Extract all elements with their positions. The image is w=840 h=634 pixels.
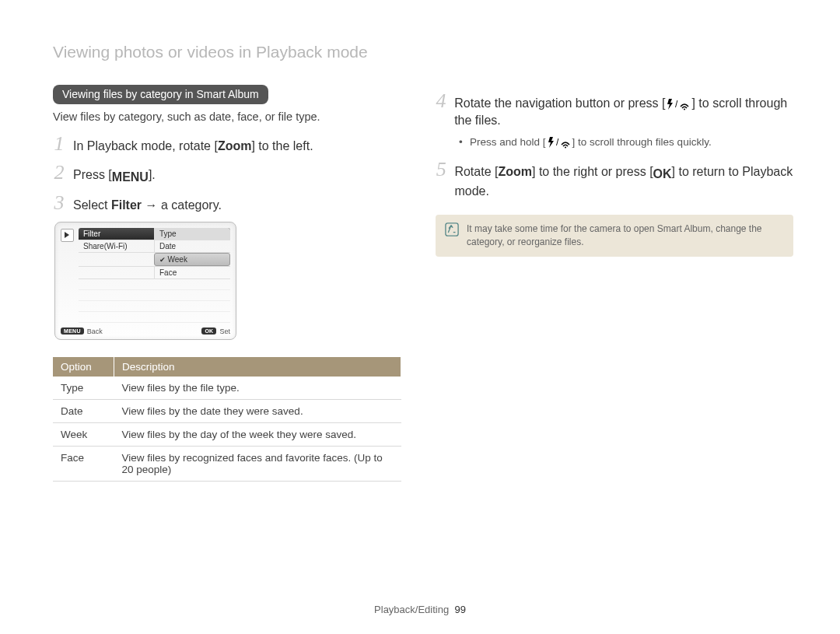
step-number: 3 [53,193,65,213]
right-column: 4 Rotate the navigation button or press … [436,85,793,482]
note-icon [445,222,459,236]
step-number: 5 [436,159,446,180]
table-row: TypeView files by the file type. [53,377,401,400]
page-title: Viewing photos or videos in Playback mod… [53,43,793,61]
note-box: It may take some time for the camera to … [436,215,793,257]
step-text: Rotate the navigation button or press [/… [454,95,793,128]
camera-screen-mockup: Filter Type Share(Wi-Fi) Date Week [54,222,236,340]
menu-item-share: Share(Wi-Fi) [79,240,154,252]
intro-text: View files by category, such as date, fa… [53,110,401,123]
note-text: It may take some time for the camera to … [467,222,784,249]
step-text: In Playback mode, rotate [Zoom] to the l… [73,138,313,155]
playback-icon [61,229,74,242]
table-header-description: Description [114,357,401,377]
menu-option-selected: Week [154,253,231,266]
step-number: 2 [53,163,65,183]
menu-option: Date [154,240,230,252]
svg-point-1 [684,109,685,110]
table-header-option: Option [53,357,114,377]
step-number: 1 [53,134,65,154]
steps-right: 4 Rotate the navigation button or press … [436,91,793,128]
step-text: Press [MENU]. [73,166,156,186]
options-table: Option Description TypeView files by the… [53,357,401,482]
svg-rect-4 [446,223,458,236]
step-text: Rotate [Zoom] to the right or press [OK]… [454,163,793,199]
section-heading: Viewing files by category in Smart Album [53,85,268,104]
flash-wifi-icon: / [546,136,572,149]
svg-point-3 [565,147,566,149]
menu-icon: MENU [112,169,149,186]
left-column: Viewing files by category in Smart Album… [53,85,401,482]
set-button-hint: OK Set [201,328,230,335]
svg-text:/: / [675,99,678,110]
ok-button-icon: OK [201,328,216,335]
svg-text:/: / [556,137,559,148]
flash-wifi-icon: / [665,98,691,110]
ok-icon: OK [653,166,672,183]
menu-item-filter: Filter [79,228,154,240]
back-button-hint: MENU Back [61,328,103,335]
step-number: 4 [436,91,446,111]
sub-bullet: Press and hold [/] to scroll through fil… [459,136,793,149]
table-row: FaceView files by recognized faces and f… [53,446,401,481]
step-text: Select Filter → a category. [73,197,222,214]
steps-right-cont: 5 Rotate [Zoom] to the right or press [O… [436,159,793,199]
table-row: WeekView files by the day of the week th… [53,422,401,446]
steps-left: 1 In Playback mode, rotate [Zoom] to the… [53,134,401,214]
table-row: DateView files by the date they were sav… [53,399,401,422]
page-footer: Playback/Editing 99 [0,604,840,615]
menu-option: Face [154,267,230,278]
menu-value: Type [154,228,230,240]
menu-button-icon: MENU [61,328,84,335]
